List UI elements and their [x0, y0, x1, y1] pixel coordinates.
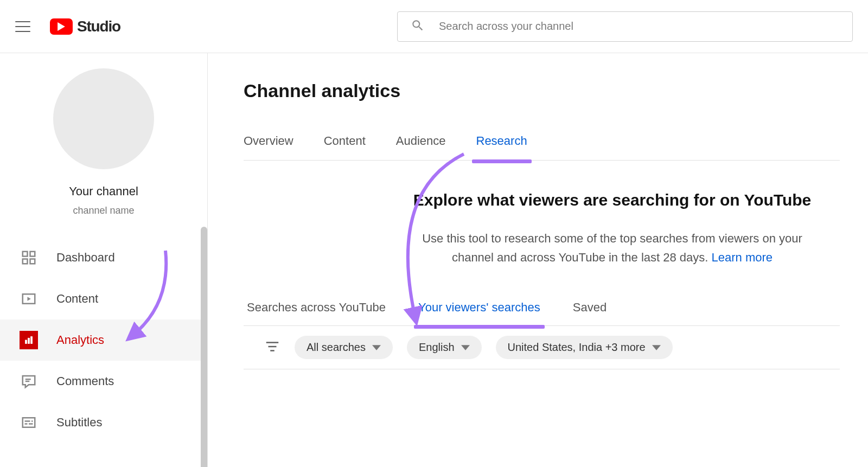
search-icon: [411, 18, 425, 35]
subtab-saved[interactable]: Saved: [573, 300, 607, 325]
hero-subtitle: Use this tool to research some of the to…: [406, 229, 818, 267]
hero-title: Explore what viewers are searching for o…: [406, 191, 818, 209]
sidebar-scrollbar[interactable]: [201, 227, 207, 467]
annotation-underline: [414, 325, 545, 329]
svg-rect-2: [23, 259, 28, 264]
analytics-tabs: Overview Content Audience Research: [244, 134, 840, 161]
sidebar-item-label: Subtitles: [56, 415, 102, 430]
sidebar-item-label: Dashboard: [56, 251, 115, 265]
svg-rect-0: [23, 252, 28, 257]
channel-avatar[interactable]: [53, 68, 154, 169]
sidebar-item-label: Content: [56, 292, 98, 306]
studio-logo[interactable]: Studio: [50, 18, 120, 35]
comments-icon: [20, 372, 38, 391]
sidebar-item-label: Analytics: [56, 333, 104, 347]
svg-rect-3: [30, 259, 35, 264]
channel-title: Your channel: [69, 184, 138, 199]
logo-text: Studio: [77, 18, 120, 35]
subtab-searches-youtube[interactable]: Searches across YouTube: [247, 300, 386, 325]
filter-icon[interactable]: [264, 338, 280, 357]
tab-overview[interactable]: Overview: [244, 134, 293, 160]
filter-chip-language[interactable]: English: [407, 336, 482, 359]
menu-toggle[interactable]: [15, 21, 30, 32]
search-box[interactable]: [397, 11, 853, 42]
svg-rect-1: [30, 252, 35, 257]
subtitles-icon: [20, 413, 38, 432]
filter-chip-region[interactable]: United States, India +3 more: [496, 336, 673, 359]
analytics-icon: [20, 331, 38, 349]
page-title: Channel analytics: [244, 80, 840, 101]
sidebar-item-content[interactable]: Content: [0, 278, 207, 319]
sidebar-item-dashboard[interactable]: Dashboard: [0, 237, 207, 278]
sidebar-item-comments[interactable]: Comments: [0, 361, 207, 402]
sidebar-item-analytics[interactable]: Analytics: [0, 319, 207, 361]
tab-audience[interactable]: Audience: [396, 134, 446, 160]
annotation-underline: [472, 159, 532, 163]
subtab-viewer-searches[interactable]: Your viewers' searches: [418, 300, 540, 325]
youtube-play-icon: [50, 18, 73, 35]
sidebar-item-label: Comments: [56, 374, 114, 388]
chevron-down-icon: [372, 343, 381, 352]
filter-chip-search-type[interactable]: All searches: [295, 336, 393, 359]
search-input[interactable]: [439, 20, 839, 33]
content-icon: [20, 290, 38, 308]
sidebar-item-subtitles[interactable]: Subtitles: [0, 402, 207, 443]
channel-name: channel name: [73, 205, 134, 216]
research-subtabs: Searches across YouTube Your viewers' se…: [244, 300, 840, 326]
dashboard-icon: [20, 248, 38, 267]
chevron-down-icon: [652, 343, 661, 352]
tab-research[interactable]: Research: [476, 134, 527, 160]
learn-more-link[interactable]: Learn more: [712, 251, 773, 264]
svg-rect-10: [23, 418, 35, 427]
chevron-down-icon: [461, 343, 470, 352]
svg-rect-6: [28, 338, 30, 343]
svg-rect-7: [31, 337, 33, 344]
svg-rect-5: [25, 340, 27, 343]
tab-content[interactable]: Content: [324, 134, 366, 160]
